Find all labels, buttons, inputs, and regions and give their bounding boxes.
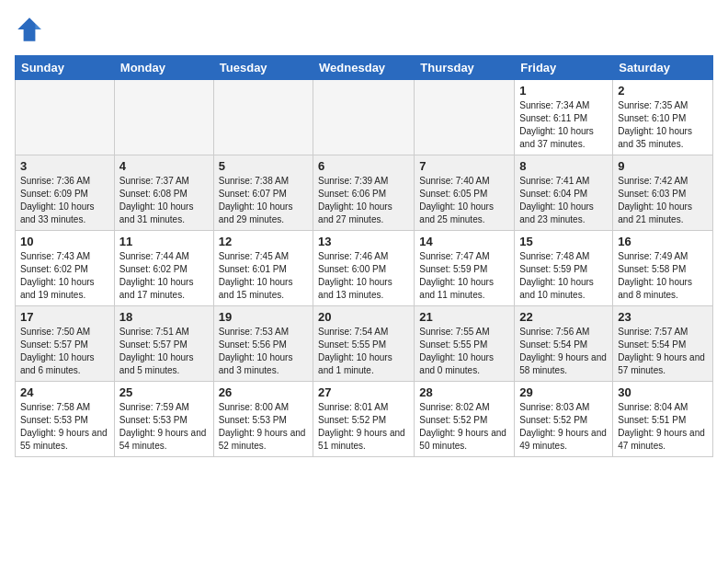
calendar-table: SundayMondayTuesdayWednesdayThursdayFrid… [15,55,713,457]
calendar-day-cell: 16Sunrise: 7:49 AM Sunset: 5:58 PM Dayli… [613,231,713,306]
day-number: 25 [119,385,209,399]
calendar-day-cell: 26Sunrise: 8:00 AM Sunset: 5:53 PM Dayli… [213,382,313,457]
day-number: 14 [419,235,509,248]
calendar-day-cell: 8Sunrise: 7:41 AM Sunset: 6:04 PM Daylig… [515,155,613,231]
day-number: 6 [318,159,409,173]
day-number: 12 [219,235,308,248]
day-info: Sunrise: 7:37 AM Sunset: 6:08 PM Dayligh… [119,175,209,226]
day-info: Sunrise: 7:49 AM Sunset: 5:58 PM Dayligh… [618,250,708,302]
weekday-header: Sunday [16,56,115,80]
calendar-day-cell: 6Sunrise: 7:39 AM Sunset: 6:06 PM Daylig… [313,155,415,231]
day-number: 17 [20,310,109,324]
day-info: Sunrise: 7:35 AM Sunset: 6:10 PM Dayligh… [618,99,708,151]
day-info: Sunrise: 7:58 AM Sunset: 5:53 PM Dayligh… [20,401,109,453]
day-info: Sunrise: 7:34 AM Sunset: 6:11 PM Dayligh… [519,99,608,151]
calendar-day-cell: 7Sunrise: 7:40 AM Sunset: 6:05 PM Daylig… [415,155,515,231]
calendar-day-cell: 23Sunrise: 7:57 AM Sunset: 5:54 PM Dayli… [613,306,713,382]
day-info: Sunrise: 7:59 AM Sunset: 5:53 PM Dayligh… [119,401,209,453]
day-number: 7 [419,159,509,173]
day-number: 20 [318,310,409,324]
calendar-day-cell: 24Sunrise: 7:58 AM Sunset: 5:53 PM Dayli… [16,382,115,457]
day-info: Sunrise: 7:40 AM Sunset: 6:05 PM Dayligh… [419,175,509,226]
weekday-header: Wednesday [313,56,415,80]
calendar-day-cell: 11Sunrise: 7:44 AM Sunset: 6:02 PM Dayli… [114,231,213,306]
calendar-day-cell: 13Sunrise: 7:46 AM Sunset: 6:00 PM Dayli… [313,231,415,306]
calendar-day-cell [114,80,213,155]
day-number: 30 [618,385,708,399]
calendar-day-cell: 22Sunrise: 7:56 AM Sunset: 5:54 PM Dayli… [515,306,613,382]
calendar-day-cell [213,80,313,155]
calendar-header-row: SundayMondayTuesdayWednesdayThursdayFrid… [16,56,713,80]
day-info: Sunrise: 7:54 AM Sunset: 5:55 PM Dayligh… [318,326,409,377]
day-number: 11 [119,235,209,248]
weekday-header: Tuesday [213,56,313,80]
day-number: 4 [119,159,209,173]
calendar-day-cell: 19Sunrise: 7:53 AM Sunset: 5:56 PM Dayli… [213,306,313,382]
day-info: Sunrise: 7:56 AM Sunset: 5:54 PM Dayligh… [519,326,608,377]
calendar-day-cell: 28Sunrise: 8:02 AM Sunset: 5:52 PM Dayli… [415,382,515,457]
day-number: 26 [219,385,308,399]
logo [15,15,48,44]
calendar-day-cell: 30Sunrise: 8:04 AM Sunset: 5:51 PM Dayli… [613,382,713,457]
weekday-header: Thursday [415,56,515,80]
calendar-day-cell [313,80,415,155]
day-number: 22 [519,310,608,324]
calendar-week-row: 1Sunrise: 7:34 AM Sunset: 6:11 PM Daylig… [16,80,713,155]
day-info: Sunrise: 7:42 AM Sunset: 6:03 PM Dayligh… [618,175,708,226]
day-number: 28 [419,385,509,399]
day-number: 5 [219,159,308,173]
calendar-week-row: 3Sunrise: 7:36 AM Sunset: 6:09 PM Daylig… [16,155,713,231]
day-number: 29 [519,385,608,399]
day-number: 1 [519,84,608,98]
day-number: 16 [618,235,708,248]
day-info: Sunrise: 7:48 AM Sunset: 5:59 PM Dayligh… [519,250,608,302]
day-number: 9 [618,159,708,173]
calendar-day-cell: 14Sunrise: 7:47 AM Sunset: 5:59 PM Dayli… [415,231,515,306]
day-info: Sunrise: 7:51 AM Sunset: 5:57 PM Dayligh… [119,326,209,377]
calendar-week-row: 17Sunrise: 7:50 AM Sunset: 5:57 PM Dayli… [16,306,713,382]
day-info: Sunrise: 7:45 AM Sunset: 6:01 PM Dayligh… [219,250,308,302]
day-number: 8 [519,159,608,173]
day-number: 13 [318,235,409,248]
calendar-day-cell: 12Sunrise: 7:45 AM Sunset: 6:01 PM Dayli… [213,231,313,306]
calendar-day-cell: 4Sunrise: 7:37 AM Sunset: 6:08 PM Daylig… [114,155,213,231]
weekday-header: Friday [515,56,613,80]
calendar-day-cell: 18Sunrise: 7:51 AM Sunset: 5:57 PM Dayli… [114,306,213,382]
day-number: 2 [618,84,708,98]
calendar-day-cell [16,80,115,155]
day-number: 10 [20,235,109,248]
day-info: Sunrise: 7:43 AM Sunset: 6:02 PM Dayligh… [20,250,109,302]
calendar-day-cell [415,80,515,155]
day-info: Sunrise: 7:57 AM Sunset: 5:54 PM Dayligh… [618,326,708,377]
calendar-day-cell: 9Sunrise: 7:42 AM Sunset: 6:03 PM Daylig… [613,155,713,231]
day-info: Sunrise: 8:04 AM Sunset: 5:51 PM Dayligh… [618,401,708,453]
day-info: Sunrise: 8:03 AM Sunset: 5:52 PM Dayligh… [519,401,608,453]
day-info: Sunrise: 7:44 AM Sunset: 6:02 PM Dayligh… [119,250,209,302]
day-number: 18 [119,310,209,324]
day-info: Sunrise: 7:39 AM Sunset: 6:06 PM Dayligh… [318,175,409,226]
day-info: Sunrise: 7:46 AM Sunset: 6:00 PM Dayligh… [318,250,409,302]
day-info: Sunrise: 7:53 AM Sunset: 5:56 PM Dayligh… [219,326,308,377]
day-number: 19 [219,310,308,324]
day-info: Sunrise: 7:41 AM Sunset: 6:04 PM Dayligh… [519,175,608,226]
day-info: Sunrise: 8:02 AM Sunset: 5:52 PM Dayligh… [419,401,509,453]
calendar-day-cell: 1Sunrise: 7:34 AM Sunset: 6:11 PM Daylig… [515,80,613,155]
day-number: 15 [519,235,608,248]
calendar-week-row: 10Sunrise: 7:43 AM Sunset: 6:02 PM Dayli… [16,231,713,306]
calendar-day-cell: 10Sunrise: 7:43 AM Sunset: 6:02 PM Dayli… [16,231,115,306]
day-info: Sunrise: 7:36 AM Sunset: 6:09 PM Dayligh… [20,175,109,226]
calendar-day-cell: 3Sunrise: 7:36 AM Sunset: 6:09 PM Daylig… [16,155,115,231]
weekday-header: Monday [114,56,213,80]
calendar-day-cell: 15Sunrise: 7:48 AM Sunset: 5:59 PM Dayli… [515,231,613,306]
calendar-day-cell: 29Sunrise: 8:03 AM Sunset: 5:52 PM Dayli… [515,382,613,457]
day-info: Sunrise: 8:01 AM Sunset: 5:52 PM Dayligh… [318,401,409,453]
calendar-day-cell: 25Sunrise: 7:59 AM Sunset: 5:53 PM Dayli… [114,382,213,457]
day-info: Sunrise: 7:47 AM Sunset: 5:59 PM Dayligh… [419,250,509,302]
day-info: Sunrise: 7:38 AM Sunset: 6:07 PM Dayligh… [219,175,308,226]
logo-icon [15,15,44,44]
day-number: 24 [20,385,109,399]
day-number: 27 [318,385,409,399]
calendar-day-cell: 20Sunrise: 7:54 AM Sunset: 5:55 PM Dayli… [313,306,415,382]
calendar-day-cell: 17Sunrise: 7:50 AM Sunset: 5:57 PM Dayli… [16,306,115,382]
day-number: 3 [20,159,109,173]
